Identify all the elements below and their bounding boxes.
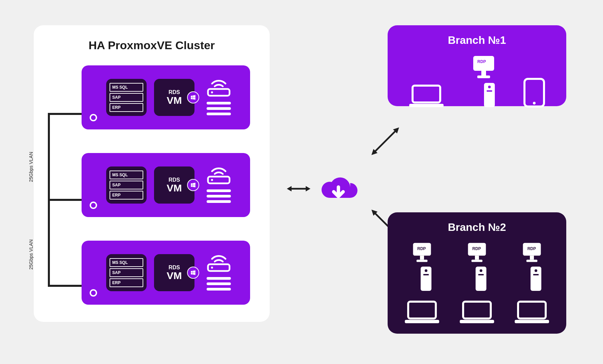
rdp-workstation-icon: RDP	[472, 55, 495, 108]
windows-icon	[187, 91, 199, 103]
server-node: MS SQL SAP ERP RDS VM	[82, 153, 250, 217]
vlan-label: 25Gbps VLAN	[28, 240, 34, 270]
db-label: ERP	[110, 191, 143, 200]
svg-rect-16	[409, 104, 444, 107]
svg-rect-43	[408, 302, 436, 318]
svg-rect-26	[420, 255, 424, 260]
server-node: MS SQL SAP ERP RDS VM	[82, 241, 250, 305]
rdp-workstation-icon: RDP	[412, 242, 432, 292]
nodes-container: MS SQL SAP ERP RDS VM	[43, 65, 260, 305]
vm-tile: RDS VM	[154, 79, 194, 116]
double-arrow-icon	[287, 184, 310, 194]
db-label: MS SQL	[110, 171, 143, 179]
vlan-label: 25Gbps VLAN	[28, 152, 34, 182]
svg-line-9	[374, 130, 396, 152]
rdp-workstation-icon: RDP	[522, 242, 542, 292]
vm-tile: RDS VM	[154, 254, 194, 291]
db-label: MS SQL	[110, 83, 143, 92]
cluster-panel: HA ProxmoxVE Cluster 25Gbps VLAN 25Gbps …	[34, 25, 270, 322]
server-node: MS SQL SAP ERP RDS VM	[82, 65, 250, 129]
svg-point-35	[480, 269, 482, 272]
db-tile: MS SQL SAP ERP	[106, 166, 147, 204]
svg-rect-22	[487, 90, 492, 92]
svg-rect-42	[533, 274, 539, 275]
svg-point-1	[211, 91, 213, 93]
windows-icon	[187, 267, 199, 279]
branch-title: Branch №1	[398, 34, 556, 47]
router-icon	[202, 80, 236, 115]
svg-point-24	[533, 102, 536, 104]
cloud-download-icon	[316, 170, 360, 207]
double-arrow-icon	[370, 126, 400, 156]
windows-icon	[187, 179, 199, 191]
rdp-label: RDP	[415, 246, 429, 251]
svg-rect-46	[460, 320, 494, 323]
laptop-icon	[513, 300, 550, 324]
router-icon	[202, 255, 236, 291]
branch-card: Branch №1 RDP	[388, 25, 566, 106]
db-label: MS SQL	[110, 258, 143, 267]
db-tile: MS SQL SAP ERP	[106, 79, 147, 116]
svg-rect-45	[463, 302, 491, 318]
db-label: SAP	[110, 93, 143, 102]
svg-rect-38	[530, 255, 534, 260]
svg-rect-48	[515, 320, 549, 323]
rdp-label: RDP	[475, 59, 489, 64]
svg-point-5	[211, 267, 213, 269]
device-row: RDP	[398, 55, 556, 108]
svg-rect-27	[416, 260, 427, 262]
branch-title: Branch №2	[398, 221, 556, 234]
svg-rect-18	[481, 71, 486, 75]
vm-label: VM	[167, 183, 182, 193]
svg-rect-39	[526, 260, 538, 262]
tablet-icon	[522, 78, 546, 108]
vm-tile: RDS VM	[154, 166, 194, 204]
db-label: ERP	[110, 103, 143, 112]
svg-point-29	[425, 269, 427, 272]
center-link	[280, 162, 367, 216]
svg-marker-7	[287, 186, 292, 191]
status-led-icon	[90, 202, 97, 209]
cluster-title: HA ProxmoxVE Cluster	[43, 39, 260, 52]
svg-rect-33	[472, 260, 483, 262]
svg-rect-44	[405, 320, 439, 323]
rdp-label: RDP	[470, 246, 484, 251]
svg-point-41	[535, 269, 537, 272]
rdp-label: RDP	[524, 246, 539, 251]
svg-point-3	[211, 179, 213, 181]
status-led-icon	[90, 289, 97, 297]
status-led-icon	[90, 114, 97, 121]
svg-rect-36	[478, 274, 484, 275]
vm-label: VM	[167, 271, 182, 281]
router-icon	[202, 167, 236, 203]
laptop-icon	[408, 84, 445, 108]
db-label: ERP	[110, 278, 143, 287]
svg-marker-8	[306, 186, 310, 191]
vm-label: VM	[167, 95, 182, 105]
laptop-icon	[458, 300, 495, 324]
svg-rect-19	[477, 75, 490, 78]
svg-rect-32	[475, 255, 479, 260]
laptop-icon	[403, 300, 441, 324]
branch-card: Branch №2 RDP RDP	[388, 212, 566, 334]
db-label: SAP	[110, 268, 143, 277]
db-label: SAP	[110, 181, 143, 189]
svg-rect-30	[423, 274, 429, 275]
device-row	[398, 300, 556, 324]
rdp-workstation-icon: RDP	[467, 242, 487, 292]
svg-rect-15	[413, 86, 440, 102]
svg-rect-47	[518, 302, 546, 318]
device-row: RDP RDP RDP	[398, 242, 556, 292]
db-tile: MS SQL SAP ERP	[106, 254, 147, 291]
svg-point-21	[488, 86, 491, 88]
